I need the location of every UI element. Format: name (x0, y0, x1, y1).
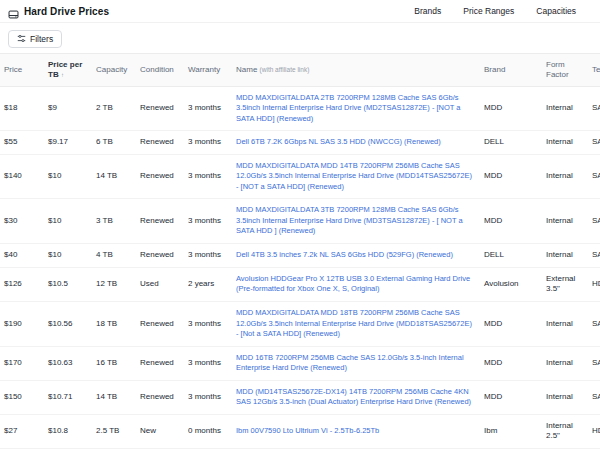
price-per-tb-cell: $10.8 (44, 414, 92, 449)
column-header-brand[interactable]: Brand (480, 53, 542, 86)
sort-ascending-icon: ↑ (61, 72, 64, 78)
product-link[interactable]: Dell 4TB 3.5 inches 7.2k NL SAS 6Gbs HDD… (236, 250, 476, 261)
form-factor-cell: Internal (542, 380, 588, 414)
site-brand: Hard Drive Prices (8, 6, 109, 17)
nav-item-brands[interactable]: Brands (414, 6, 441, 16)
technology-cell: SAS (588, 380, 600, 414)
form-factor-cell: Internal (542, 346, 588, 380)
technology-cell: SAS (588, 243, 600, 267)
price-per-tb-cell: $10.56 (44, 302, 92, 347)
brand-cell: MDD (480, 380, 542, 414)
brand-cell: MDD (480, 154, 542, 199)
column-header-price[interactable]: Price (0, 53, 44, 86)
brand-cell: MDD (480, 86, 542, 131)
form-factor-cell: Internal 2.5" (542, 414, 588, 449)
brand-cell: DELL (480, 131, 542, 155)
price-per-tb-cell: $10.71 (44, 380, 92, 414)
product-link[interactable]: MDD MAXDIGITALDATA MDD 14TB 7200RPM 256M… (236, 161, 476, 193)
column-header-price-per-tb[interactable]: Price per TB ↑ (44, 53, 92, 86)
price-cell: $40 (0, 243, 44, 267)
product-link[interactable]: Dell 6TB 7.2K 6Gbps NL SAS 3.5 HDD (NWCC… (236, 137, 476, 148)
warranty-cell: 3 months (184, 243, 232, 267)
table-row: $18 $9 2 TB Renewed 3 months MDD MAXDIGI… (0, 86, 600, 131)
technology-cell: SAS (588, 86, 600, 131)
table-header: Price Price per TB ↑ Capacity Condition … (0, 53, 600, 86)
condition-cell: Renewed (136, 243, 184, 267)
filters-button[interactable]: Filters (8, 30, 62, 48)
price-per-tb-cell: $10 (44, 243, 92, 267)
price-table: Price Price per TB ↑ Capacity Condition … (0, 53, 600, 450)
column-header-condition[interactable]: Condition (136, 53, 184, 86)
name-cell: MDD MAXDIGITALDATA 2TB 7200RPM 128MB Cac… (232, 86, 480, 131)
warranty-cell: 3 months (184, 86, 232, 131)
price-cell: $18 (0, 86, 44, 131)
sliders-icon (17, 34, 26, 43)
name-cell: MDD 16TB 7200RPM 256MB Cache SAS 12.0Gb/… (232, 346, 480, 380)
table-row: $190 $10.56 18 TB Renewed 3 months MDD M… (0, 302, 600, 347)
capacity-cell: 4 TB (92, 243, 136, 267)
name-cell: Ibm 00V7590 Lto Ultrium Vi - 2.5Tb-6.25T… (232, 414, 480, 449)
hard-drive-icon (8, 6, 19, 17)
nav-item-capacities[interactable]: Capacities (536, 6, 576, 16)
table-row: $170 $10.63 16 TB Renewed 3 months MDD 1… (0, 346, 600, 380)
top-bar: Hard Drive Prices Brands Price Ranges Ca… (0, 0, 600, 23)
page-title: Hard Drive Prices (24, 6, 109, 17)
product-link[interactable]: MDD MAXDIGITALDATA 3TB 7200RPM 128MB Cac… (236, 205, 476, 237)
condition-cell: Renewed (136, 154, 184, 199)
table-row: $126 $10.5 12 TB Used 2 years Avolusion … (0, 267, 600, 302)
price-per-tb-cell: $9 (44, 86, 92, 131)
capacity-cell: 14 TB (92, 380, 136, 414)
capacity-cell: 2.5 TB (92, 414, 136, 449)
price-per-tb-cell: $9.17 (44, 131, 92, 155)
name-cell: MDD MAXDIGITALDATA MDD 18TB 7200RPM 256M… (232, 302, 480, 347)
capacity-cell: 2 TB (92, 86, 136, 131)
price-per-tb-cell: $10 (44, 199, 92, 244)
column-header-technology[interactable]: Technology (588, 53, 600, 86)
table-row: $40 $10 4 TB Renewed 3 months Dell 4TB 3… (0, 243, 600, 267)
price-per-tb-cell: $10.63 (44, 346, 92, 380)
top-nav: Brands Price Ranges Capacities (414, 6, 576, 16)
price-cell: $170 (0, 346, 44, 380)
condition-cell: Renewed (136, 199, 184, 244)
table-body: $18 $9 2 TB Renewed 3 months MDD MAXDIGI… (0, 86, 600, 449)
form-factor-cell: Internal (542, 199, 588, 244)
price-cell: $30 (0, 199, 44, 244)
warranty-cell: 3 months (184, 199, 232, 244)
brand-cell: DELL (480, 243, 542, 267)
product-link[interactable]: Avolusion HDDGear Pro X 12TB USB 3.0 Ext… (236, 274, 476, 295)
table-row: $27 $10.8 2.5 TB New 0 months Ibm 00V759… (0, 414, 600, 449)
price-cell: $190 (0, 302, 44, 347)
condition-cell: Renewed (136, 86, 184, 131)
nav-item-price-ranges[interactable]: Price Ranges (463, 6, 514, 16)
column-header-name[interactable]: Name (with affiliate link) (232, 53, 480, 86)
brand-cell: MDD (480, 346, 542, 380)
form-factor-cell: Internal (542, 131, 588, 155)
product-link[interactable]: MDD MAXDIGITALDATA MDD 18TB 7200RPM 256M… (236, 308, 476, 340)
name-cell: MDD MAXDIGITALDATA 3TB 7200RPM 128MB Cac… (232, 199, 480, 244)
warranty-cell: 3 months (184, 154, 232, 199)
product-link[interactable]: Ibm 00V7590 Lto Ultrium Vi - 2.5Tb-6.25T… (236, 426, 476, 437)
price-cell: $27 (0, 414, 44, 449)
condition-cell: Renewed (136, 131, 184, 155)
name-cell: MDD MAXDIGITALDATA MDD 14TB 7200RPM 256M… (232, 154, 480, 199)
capacity-cell: 12 TB (92, 267, 136, 302)
capacity-cell: 16 TB (92, 346, 136, 380)
name-cell: MDD (MD14TSAS25672E-DX14) 14TB 7200RPM 2… (232, 380, 480, 414)
capacity-cell: 3 TB (92, 199, 136, 244)
price-cell: $126 (0, 267, 44, 302)
warranty-cell: 2 years (184, 267, 232, 302)
product-link[interactable]: MDD (MD14TSAS25672E-DX14) 14TB 7200RPM 2… (236, 387, 476, 408)
column-header-warranty[interactable]: Warranty (184, 53, 232, 86)
column-header-form-factor[interactable]: Form Factor (542, 53, 588, 86)
warranty-cell: 0 months (184, 414, 232, 449)
table-row: $150 $10.71 14 TB Renewed 3 months MDD (… (0, 380, 600, 414)
capacity-cell: 6 TB (92, 131, 136, 155)
affiliate-note: (with affiliate link) (260, 66, 310, 73)
product-link[interactable]: MDD 16TB 7200RPM 256MB Cache SAS 12.0Gb/… (236, 353, 476, 374)
name-cell: Dell 4TB 3.5 inches 7.2k NL SAS 6Gbs HDD… (232, 243, 480, 267)
capacity-cell: 18 TB (92, 302, 136, 347)
product-link[interactable]: MDD MAXDIGITALDATA 2TB 7200RPM 128MB Cac… (236, 93, 476, 125)
form-factor-cell: Internal (542, 302, 588, 347)
column-header-capacity[interactable]: Capacity (92, 53, 136, 86)
warranty-cell: 3 months (184, 131, 232, 155)
